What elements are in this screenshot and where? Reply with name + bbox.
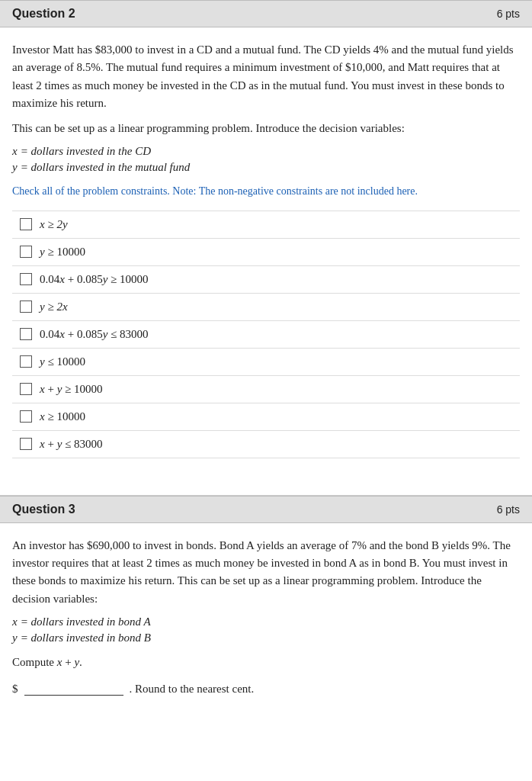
constraint-c2-text: y ≥ 10000 [40, 246, 85, 259]
table-row: y ≥ 2x [12, 294, 520, 321]
checkbox-c2[interactable] [20, 246, 32, 258]
checkbox-c8[interactable] [20, 410, 32, 423]
table-row: x + y ≤ 83000 [12, 431, 520, 458]
checkbox-c1[interactable] [20, 218, 32, 230]
constraint-c1-text: x ≥ 2y [40, 218, 68, 231]
table-row: 0.04x + 0.085y ≤ 83000 [12, 321, 520, 349]
table-row: y ≥ 10000 [12, 239, 520, 266]
question-2-section: Question 2 6 pts Investor Matt has $83,0… [0, 0, 532, 495]
question-2-header: Question 2 6 pts [0, 0, 532, 27]
q3-answer-line: $ . Round to the nearest cent. [12, 682, 520, 696]
question-3-body: An investor has $690,000 to invest in bo… [0, 523, 532, 718]
constraint-c8-text: x ≥ 10000 [40, 410, 85, 423]
table-row: x ≥ 10000 [12, 403, 520, 431]
q2-paragraph-1: Investor Matt has $83,000 to invest in a… [12, 41, 520, 112]
constraint-c4-text: y ≥ 2x [40, 301, 68, 313]
checkbox-c5[interactable] [20, 328, 32, 340]
table-row: x + y ≥ 10000 [12, 376, 520, 403]
q3-compute-label: Compute x + y. [12, 654, 520, 671]
table-row: x ≥ 2y [12, 211, 520, 239]
q3-var-x: x = dollars invested in bond A [12, 615, 520, 628]
dollar-sign: $ [12, 683, 18, 696]
q2-paragraph-2: This can be set up as a linear programmi… [12, 120, 520, 137]
question-3-section: Question 3 6 pts An investor has $690,00… [0, 496, 532, 718]
question-3-pts: 6 pts [497, 503, 520, 516]
q2-var-x: x = dollars invested in the CD [12, 145, 520, 158]
constraint-c5-text: 0.04x + 0.085y ≤ 83000 [40, 328, 149, 341]
question-2-body: Investor Matt has $83,000 to invest in a… [0, 27, 532, 495]
checkbox-c6[interactable] [20, 355, 32, 368]
q3-var-y: y = dollars invested in bond B [12, 632, 520, 644]
q3-answer-input[interactable] [24, 682, 123, 696]
q2-var-y: y = dollars invested in the mutual fund [12, 161, 520, 174]
table-row: y ≤ 10000 [12, 349, 520, 376]
round-label: . Round to the nearest cent. [130, 683, 255, 696]
q3-paragraph-1: An investor has $690,000 to invest in bo… [12, 537, 520, 608]
checkbox-c9[interactable] [20, 438, 32, 450]
constraint-c3-text: 0.04x + 0.085y ≥ 10000 [40, 273, 149, 286]
checkbox-c4[interactable] [20, 301, 32, 313]
constraint-c7-text: x + y ≥ 10000 [40, 383, 103, 396]
q2-check-label: Check all of the problem constraints. No… [12, 183, 520, 200]
question-3-title: Question 3 [12, 503, 75, 516]
checkbox-c3[interactable] [20, 273, 32, 285]
question-2-title: Question 2 [12, 7, 75, 21]
table-row: 0.04x + 0.085y ≥ 10000 [12, 266, 520, 294]
constraint-c9-text: x + y ≤ 83000 [40, 438, 103, 451]
constraint-c6-text: y ≤ 10000 [40, 355, 85, 368]
checkbox-c7[interactable] [20, 383, 32, 395]
question-2-pts: 6 pts [497, 8, 520, 20]
q2-constraints-list: x ≥ 2y y ≥ 10000 0.04x + 0.085y ≥ 10000 … [12, 211, 520, 458]
question-3-header: Question 3 6 pts [0, 496, 532, 523]
